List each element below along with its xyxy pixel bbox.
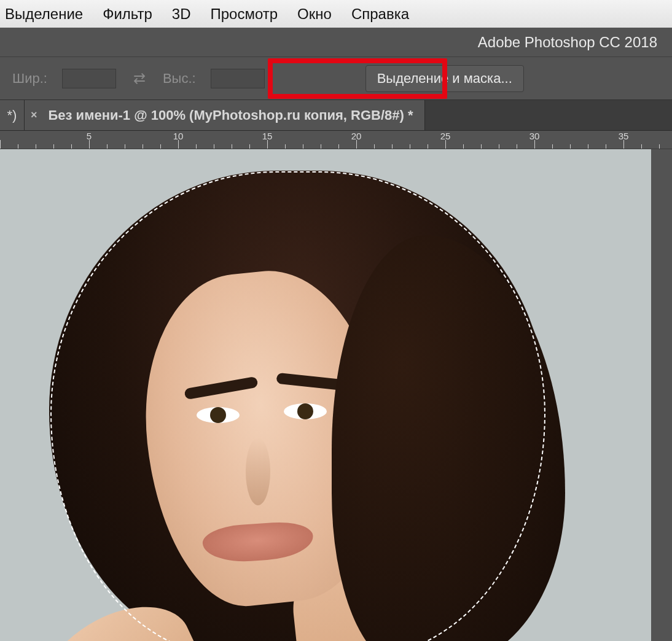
ruler-tick xyxy=(463,144,464,149)
ruler-tick xyxy=(588,144,588,149)
app-menu-bar: Выделение Фильтр 3D Просмотр Окно Справк… xyxy=(0,0,672,28)
horizontal-ruler[interactable]: 5101520253035 xyxy=(0,131,672,149)
ruler-tick xyxy=(499,144,499,149)
ruler-tick xyxy=(267,140,268,149)
close-icon[interactable]: × xyxy=(31,109,37,122)
ruler-tick xyxy=(623,140,624,149)
ruler-tick xyxy=(570,144,571,149)
ruler-tick xyxy=(659,144,660,149)
portrait-eye-right xyxy=(284,403,327,419)
height-input[interactable] xyxy=(211,69,265,88)
app-title: Adobe Photoshop CC 2018 xyxy=(478,34,657,51)
menu-selection[interactable]: Выделение xyxy=(5,6,83,23)
select-and-mask-button[interactable]: Выделение и маска... xyxy=(365,65,524,92)
ruler-tick xyxy=(374,144,375,149)
menu-view[interactable]: Просмотр xyxy=(210,6,278,23)
swap-dimensions-icon[interactable]: ⇄ xyxy=(131,70,148,87)
ruler-tick xyxy=(392,144,393,149)
menu-window[interactable]: Окно xyxy=(297,6,332,23)
canvas-area[interactable] xyxy=(0,149,672,641)
document-tab-bar: *) × Без имени-1 @ 100% (MyPhotoshop.ru … xyxy=(0,100,672,131)
document-tab-active[interactable]: × Без имени-1 @ 100% (MyPhotoshop.ru коп… xyxy=(25,100,425,130)
ruler-tick xyxy=(160,144,161,149)
ruler-tick xyxy=(481,144,482,149)
document-image xyxy=(0,149,651,641)
ruler-number: 35 xyxy=(619,131,629,141)
ruler-tick xyxy=(445,140,446,149)
ruler-number: 10 xyxy=(173,131,184,141)
height-label: Выс.: xyxy=(163,71,196,87)
document-tab-prev[interactable]: *) xyxy=(0,100,25,130)
ruler-number: 20 xyxy=(351,131,362,141)
portrait-nose xyxy=(246,438,270,505)
select-and-mask-label: Выделение и маска... xyxy=(377,71,512,87)
menu-filter[interactable]: Фильтр xyxy=(103,6,152,23)
ruler-tick xyxy=(534,140,535,149)
ruler-tick xyxy=(321,144,321,149)
ruler-tick xyxy=(178,140,179,149)
document-tab-title: Без имени-1 @ 100% (MyPhotoshop.ru копия… xyxy=(49,107,413,123)
ruler-tick xyxy=(356,140,357,149)
document-tab-prev-label: *) xyxy=(7,107,17,123)
ruler-tick xyxy=(107,144,107,149)
ruler-tick xyxy=(18,144,18,149)
ruler-tick xyxy=(125,144,125,149)
ruler-tick xyxy=(338,144,339,149)
portrait-hair-right xyxy=(332,235,565,641)
portrait-eye-left xyxy=(197,407,240,423)
ruler-tick xyxy=(214,144,214,149)
ruler-tick xyxy=(641,144,642,149)
ruler-tick xyxy=(410,144,410,149)
ruler-tick xyxy=(89,140,90,149)
ruler-tick xyxy=(285,144,286,149)
ruler-tick xyxy=(36,144,36,149)
ruler-tick xyxy=(53,144,54,149)
window-title-bar: Adobe Photoshop CC 2018 xyxy=(0,28,672,57)
ruler-tick xyxy=(232,144,232,149)
ruler-tick xyxy=(143,144,143,149)
ruler-tick xyxy=(517,144,517,149)
ruler-tick xyxy=(0,140,1,149)
width-label: Шир.: xyxy=(12,71,47,87)
width-input[interactable] xyxy=(62,69,116,88)
ruler-tick xyxy=(552,144,553,149)
ruler-tick xyxy=(71,144,72,149)
ruler-tick xyxy=(606,144,606,149)
ruler-tick xyxy=(249,144,250,149)
ruler-number: 5 xyxy=(87,131,92,141)
ruler-number: 30 xyxy=(529,131,540,141)
menu-help[interactable]: Справка xyxy=(351,6,409,23)
options-bar: Шир.: ⇄ Выс.: Выделение и маска... xyxy=(0,57,672,100)
ruler-tick xyxy=(196,144,197,149)
ruler-number: 25 xyxy=(440,131,451,141)
ruler-tick xyxy=(428,144,428,149)
ruler-number: 15 xyxy=(262,131,273,141)
menu-3d[interactable]: 3D xyxy=(172,6,191,23)
ruler-tick xyxy=(303,144,303,149)
